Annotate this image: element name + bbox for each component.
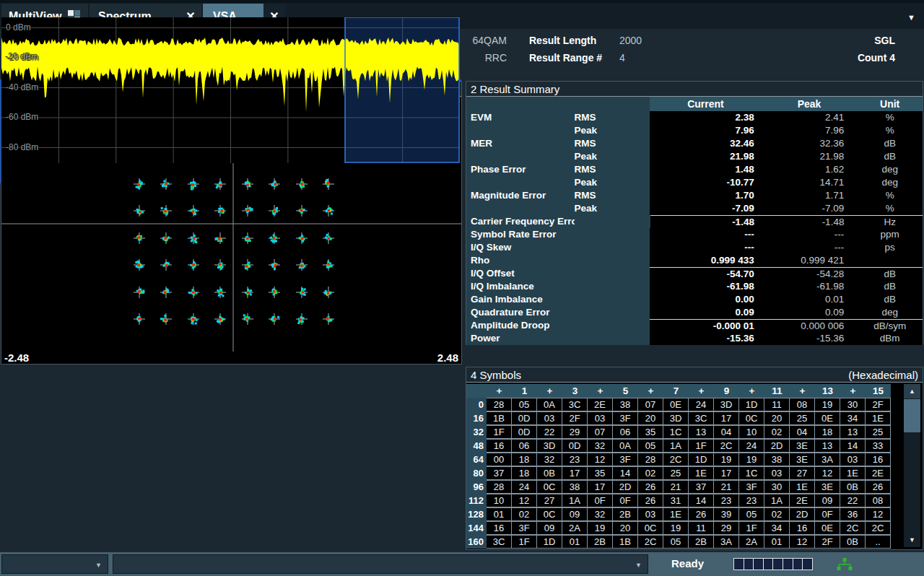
symbols-cell: 10: [487, 494, 512, 507]
rs-unit-cell: Hz: [857, 215, 923, 228]
rs-peak-cell: -7.09: [762, 202, 858, 215]
symbols-row: 8037180B17351402251E171C0327121E2E: [466, 466, 891, 480]
symbols-cell: 39: [714, 507, 739, 521]
sgl-indicator: SGL: [830, 35, 895, 46]
result-range-label: Result Range #: [529, 52, 602, 64]
rs-peak-cell: 0.01: [762, 293, 858, 306]
symbols-cell: 20: [638, 411, 663, 425]
tx-filter-value[interactable]: RRC: [462, 52, 507, 64]
rs-current-cell: 0.09: [650, 306, 762, 319]
symbols-header-row: +1+3+5+7+9+11+13+15: [466, 384, 891, 398]
symbols-cell: 26: [866, 480, 891, 494]
result-range-value[interactable]: 4: [619, 52, 625, 64]
rs-name-cell: Carrier Frequency Error: [466, 215, 575, 228]
symbols-cell: 01: [562, 535, 588, 549]
rs-sub-cell: RMS: [575, 163, 650, 176]
rs-peak-cell: -1.48: [762, 215, 858, 228]
rs-name-cell: Power: [466, 332, 575, 345]
rs-name-cell: Quadrature Error: [466, 306, 575, 319]
rs-peak-cell: 1.71: [762, 189, 858, 202]
rs-current-cell: 32.46: [650, 137, 762, 150]
symbols-cell: 22: [537, 425, 562, 439]
symbols-cell: 33: [866, 439, 891, 453]
col-header-peak: Peak: [762, 97, 858, 111]
symbols-row-label: 112: [466, 494, 487, 507]
chevron-down-icon: ▼: [635, 562, 642, 569]
symbols-cell: 12: [866, 507, 891, 521]
symbols-cell: 2C: [663, 453, 689, 466]
symbols-cell: 28: [487, 480, 512, 494]
result-summary-row: Magnitude ErrorRMS1.701.71%: [466, 189, 923, 202]
rs-name-cell: [466, 150, 575, 163]
softkey-dropdown-center[interactable]: ▼: [113, 554, 648, 574]
result-summary-row: Peak7.967.96%: [466, 124, 923, 137]
symbols-col-header: +: [588, 384, 613, 398]
symbols-cell: 3F: [739, 480, 764, 494]
symbols-scrollbar[interactable]: ▲ ▼: [904, 384, 920, 547]
symbols-cell: 16: [487, 439, 512, 453]
symbols-cell: 35: [588, 466, 613, 480]
symbols-cell: 21: [663, 480, 689, 494]
modulation-value[interactable]: 64QAM: [462, 35, 507, 46]
rs-current-cell: -54.70: [650, 267, 762, 280]
symbols-cell: 0E: [663, 398, 689, 411]
symbols-cell: 2C: [638, 535, 663, 549]
symbols-cell: 16: [866, 453, 891, 466]
symbols-cell: 22: [840, 494, 866, 507]
result-summary-row: Quadrature Error0.090.09deg: [466, 306, 923, 319]
rs-unit-cell: %: [857, 111, 923, 124]
symbols-cell: 1C: [739, 466, 764, 480]
symbols-cell: 0A: [537, 398, 562, 411]
symbols-cell: 2A: [739, 535, 764, 549]
symbols-col-header: 11: [764, 384, 790, 398]
symbols-row-label: 16: [466, 411, 487, 425]
symbols-row: 6400183223123F282C1D1919383E3A0316: [466, 453, 891, 466]
symbols-cell: 14: [613, 466, 638, 480]
symbols-cell: 1B: [613, 535, 638, 549]
symbols-cell: 2B: [588, 535, 613, 549]
symbols-cell: 23: [714, 494, 739, 507]
rs-current-cell: 0.999 433: [650, 254, 762, 267]
symbols-cell: 08: [790, 398, 815, 411]
symbols-col-header: 9: [714, 384, 739, 398]
scroll-up-icon[interactable]: ▲: [904, 384, 920, 398]
symbols-row: 144163F092A19200C1911291F34160E2C2C: [466, 521, 891, 535]
symbols-cell: 18: [815, 425, 840, 439]
result-length-value[interactable]: 2000: [619, 35, 642, 46]
softkey-dropdown-left[interactable]: ▼: [1, 554, 108, 574]
symbols-cell: 07: [588, 425, 613, 439]
symbols-cell: 0A: [613, 439, 638, 453]
rs-unit-cell: %: [857, 202, 923, 215]
rs-peak-cell: 0.09: [762, 306, 858, 319]
rs-peak-cell: 7.96: [762, 124, 858, 137]
symbols-cell: 23: [739, 494, 764, 507]
scroll-down-icon[interactable]: ▼: [904, 533, 920, 547]
rs-current-cell: 0.00: [650, 293, 762, 306]
symbols-cell: 1A: [562, 494, 588, 507]
result-summary-row: I/Q Offset-54.70-54.28dB: [466, 267, 923, 280]
symbols-cell: 37: [689, 480, 714, 494]
symbols-cell: 23: [562, 453, 588, 466]
rs-name-cell: MER: [466, 137, 575, 150]
rs-name-cell: [466, 202, 575, 215]
symbols-cell: 3D: [714, 398, 739, 411]
symbols-title: 4 Symbols: [471, 369, 521, 381]
result-summary-row: Carrier Frequency Error-1.48-1.48Hz: [466, 215, 923, 228]
result-summary-row: MERRMS32.4632.36dB: [466, 137, 923, 150]
chevron-down-icon[interactable]: ▼: [907, 13, 915, 22]
symbols-cell: 1E: [866, 411, 891, 425]
symbols-cell: 21: [714, 480, 739, 494]
symbols-cell: 1D: [739, 398, 764, 411]
scrollbar-thumb[interactable]: [904, 399, 920, 432]
symbols-cell: ..: [866, 535, 891, 549]
symbols-col-header: 1: [512, 384, 537, 398]
result-summary-row: Phase ErrorRMS1.481.62deg: [466, 163, 923, 176]
symbols-cell: 2B: [689, 535, 714, 549]
rs-sub-cell: [575, 280, 650, 293]
symbols-cell: 09: [562, 507, 588, 521]
symbols-cell: 03: [537, 411, 562, 425]
rs-sub-cell: Peak: [575, 124, 650, 137]
symbols-row: 028050A3C2E38070E243D1D110819302F: [466, 398, 891, 411]
rs-unit-cell: dB: [857, 150, 923, 163]
symbols-cell: 2C: [840, 521, 866, 535]
